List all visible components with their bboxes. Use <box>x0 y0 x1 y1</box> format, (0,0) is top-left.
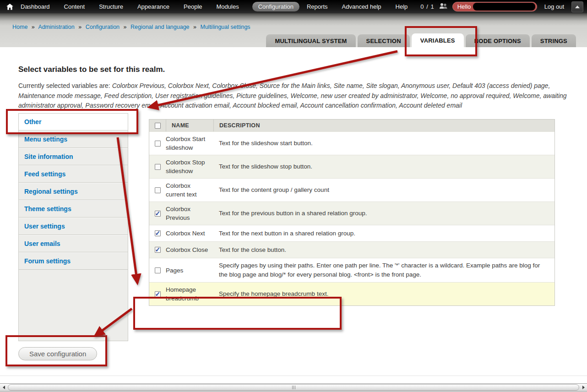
variable-name: Colorbox Previous <box>166 205 213 222</box>
grip-icon <box>295 386 295 389</box>
variable-name: Colorbox current text <box>166 181 213 199</box>
table-row: Colorbox Start slideshow Text for the sl… <box>149 131 554 155</box>
variable-description: Text for the previous button in a shared… <box>213 209 554 218</box>
select-all-checkbox[interactable] <box>155 123 161 129</box>
breadcrumb-separator: » <box>78 24 82 30</box>
toolbar-toggle-button[interactable] <box>571 1 583 12</box>
save-configuration-button[interactable]: Save configuration <box>18 347 97 360</box>
table-row: Colorbox Stop slideshow Text for the sli… <box>149 155 554 178</box>
vertical-tabs-filler <box>19 270 128 337</box>
variable-description: Specify pages by using their paths. Ente… <box>213 261 554 279</box>
tab[interactable]: MULTILINGUAL SYSTEM <box>266 34 355 47</box>
row-checkbox[interactable] <box>155 164 161 170</box>
vertical-tab-item[interactable]: Forum settings <box>19 252 128 270</box>
toolbar-right: 0 / 1 Hello Log out <box>420 0 583 13</box>
breadcrumb-item: Multilingual settings » <box>201 24 250 30</box>
breadcrumb-item: Regional and language » <box>130 24 201 30</box>
vertical-tab-item[interactable]: Other <box>19 113 128 131</box>
row-checkbox-cell <box>149 211 166 217</box>
breadcrumb-item: Home » <box>12 24 38 30</box>
vertical-tab-item[interactable]: User emails <box>19 235 128 252</box>
breadcrumb-item: Configuration » <box>86 24 130 30</box>
grip-icon <box>292 386 293 389</box>
tab[interactable]: NODE OPTIONS <box>466 34 530 47</box>
home-icon[interactable] <box>6 4 13 10</box>
row-checkbox[interactable] <box>155 291 161 297</box>
chevron-up-icon <box>575 5 580 8</box>
scroll-right-button[interactable] <box>580 384 587 391</box>
vertical-tab-item[interactable]: Theme settings <box>19 200 128 218</box>
variable-name: Homepage breadcrumb <box>166 285 213 303</box>
row-checkbox[interactable] <box>155 247 161 253</box>
toolbar-menu-item[interactable]: Help <box>395 2 409 11</box>
row-checkbox-cell <box>149 187 166 193</box>
breadcrumb-link[interactable]: Configuration <box>86 24 120 30</box>
toolbar-menu-item[interactable]: Content <box>63 2 86 11</box>
toolbar-menu-item[interactable]: Configuration <box>252 2 299 11</box>
table-header-row: NAME DESCRIPTION <box>149 120 554 131</box>
row-checkbox[interactable] <box>155 230 161 236</box>
breadcrumb-link[interactable]: Multilingual settings <box>201 24 250 30</box>
breadcrumb-separator: » <box>193 24 196 30</box>
variable-name: Pages <box>166 266 213 275</box>
breadcrumb-separator: » <box>32 24 35 30</box>
variable-description: Text for the slideshow stop button. <box>213 162 554 171</box>
vertical-tab-item[interactable]: Site information <box>19 148 128 165</box>
breadcrumb-separator: » <box>124 24 127 30</box>
tab[interactable]: STRINGS <box>532 34 576 47</box>
row-checkbox-cell <box>149 164 166 170</box>
table-row: Colorbox Close Text for the close button… <box>149 241 554 258</box>
vertical-tab-item[interactable]: Regional settings <box>19 183 128 200</box>
toolbar-menu-item[interactable]: People <box>183 2 203 11</box>
row-checkbox[interactable] <box>155 211 161 217</box>
section-heading: Select variables to be set for this real… <box>18 65 165 74</box>
horizontal-scrollbar[interactable] <box>0 383 587 392</box>
variable-name: Colorbox Close <box>166 245 213 254</box>
toolbar-menu-item[interactable]: Modules <box>216 2 240 11</box>
toolbar-menu-item[interactable]: Dashboard <box>20 2 51 11</box>
admin-toolbar: DashboardContentStructureAppearancePeopl… <box>0 0 587 13</box>
online-user-count: 0 / 1 <box>420 3 434 10</box>
scrollbar-thumb[interactable] <box>8 384 579 391</box>
row-checkbox[interactable] <box>155 187 161 193</box>
toolbar-menu-item[interactable]: Advanced help <box>341 2 382 11</box>
arrow-left-icon <box>3 386 5 389</box>
vertical-tab-item[interactable]: Menu settings <box>19 131 128 148</box>
grip-icon <box>294 386 294 389</box>
row-checkbox-cell <box>149 247 166 253</box>
breadcrumb-link[interactable]: Administration <box>38 24 75 30</box>
variable-description: Text for the content group / gallery cou… <box>213 185 554 195</box>
breadcrumb-link[interactable]: Regional and language <box>130 24 190 30</box>
toolbar-menu-item[interactable]: Structure <box>98 2 124 11</box>
tab[interactable]: VARIABLES <box>412 33 464 47</box>
primary-tabs: MULTILINGUAL SYSTEMSELECTIONVARIABLESNOD… <box>266 33 576 47</box>
vertical-tabs: OtherMenu settingsSite informationFeed s… <box>18 113 128 341</box>
redacted-username <box>473 3 535 11</box>
toolbar-menu-item[interactable]: Appearance <box>136 2 170 11</box>
users-icon <box>439 3 448 11</box>
page-header: Home » Administration » Configuration » … <box>0 13 587 47</box>
summary-label: Currently selected variables are: <box>18 82 112 89</box>
row-checkbox[interactable] <box>155 267 161 273</box>
row-checkbox[interactable] <box>155 141 161 147</box>
vertical-tab-item[interactable]: User settings <box>19 218 128 235</box>
scroll-left-button[interactable] <box>0 384 7 391</box>
variable-name: Colorbox Next <box>166 229 213 238</box>
hello-label: Hello <box>457 3 471 10</box>
tab[interactable]: SELECTION <box>358 34 410 47</box>
logout-link[interactable]: Log out <box>544 3 564 10</box>
variable-name: Colorbox Stop slideshow <box>166 158 213 175</box>
toolbar-menu-item[interactable]: Reports <box>306 2 329 11</box>
table-row: Pages Specify pages by using their paths… <box>149 258 554 282</box>
variable-description: Text for the close button. <box>213 245 554 255</box>
header-checkbox-cell <box>149 123 166 129</box>
vertical-tab-item[interactable]: Feed settings <box>19 165 128 183</box>
breadcrumb-link[interactable]: Home <box>12 24 27 30</box>
breadcrumb-item: Administration » <box>38 24 86 30</box>
row-checkbox-cell <box>149 267 166 273</box>
selected-variables-summary: Currently selected variables are: Colorb… <box>18 81 570 111</box>
variables-table: NAME DESCRIPTION Colorbox Start slidesho… <box>149 119 555 306</box>
table-row: Colorbox current text Text for the conte… <box>149 178 554 201</box>
variable-name: Colorbox Start slideshow <box>166 135 213 152</box>
hello-user-pill[interactable]: Hello <box>452 2 537 11</box>
